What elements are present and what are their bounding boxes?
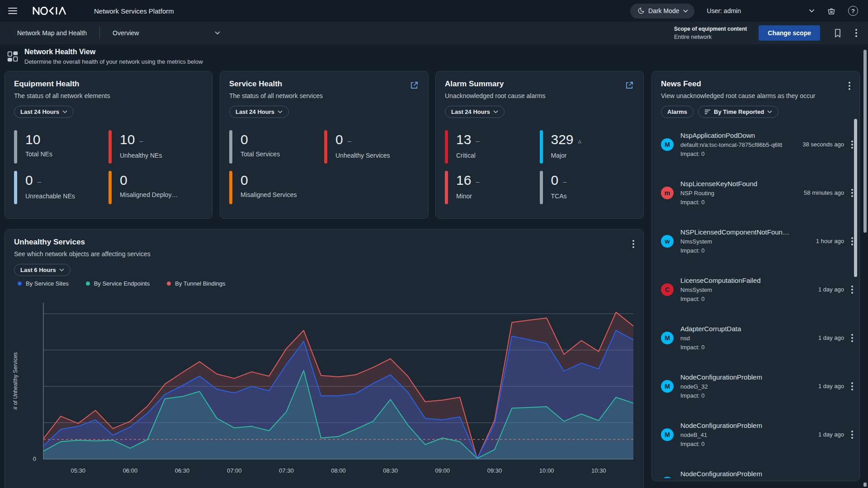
alarm-source: nodeG_32 — [680, 383, 794, 390]
alarm-impact: Impact: 0 — [680, 150, 794, 157]
view-dropdown[interactable]: Overview — [113, 29, 220, 37]
hamburger-menu-icon[interactable] — [8, 8, 17, 14]
card-title: Alarm Summary — [445, 80, 634, 89]
stat-major: 329▵Major — [540, 130, 635, 164]
bookmark-icon[interactable] — [834, 28, 842, 38]
view-toolbar: Network Map and Health Overview Scope of… — [0, 22, 868, 44]
time-filter-dropdown[interactable]: Last 24 Hours — [14, 106, 74, 118]
legend-item-by-service-sites[interactable]: By Service Sites — [18, 280, 69, 287]
alarms-filter-pill[interactable]: Alarms — [661, 106, 693, 118]
view-dropdown-label: Overview — [113, 29, 139, 37]
stat-label: Unhealthy Services — [335, 152, 390, 159]
kebab-menu-icon[interactable] — [851, 434, 853, 436]
alarm-title: NSPLicensedComponentNotFoun… — [680, 228, 794, 236]
stat-misaligned-services: 0Misaligned Services — [229, 171, 324, 204]
time-filter-dropdown[interactable]: Last 24 Hours — [445, 106, 505, 118]
unhealthy-services-chart: # of Unhealthy Services 05:3006:0006:300… — [5, 293, 643, 487]
kebab-menu-icon[interactable] — [632, 239, 634, 247]
stat-severity-bar — [229, 130, 232, 164]
x-tick-label: 08:00 — [331, 467, 346, 474]
alarm-source: nsd — [680, 334, 794, 342]
stats-grid: 10Total NEs10–Unhealthy NEs0–Unreachable… — [14, 130, 203, 204]
y-axis-label: # of Unhealthy Services — [12, 343, 19, 419]
sort-icon — [704, 109, 711, 114]
alarm-time: 1 hour ago — [816, 238, 844, 244]
stat-value: 0 — [241, 132, 280, 147]
severity-badge: M — [661, 380, 674, 393]
dark-mode-toggle[interactable]: Dark Mode — [630, 4, 694, 19]
trend-indicator-icon: – — [139, 133, 143, 149]
alarm-impact: Impact: 0 — [680, 199, 794, 206]
stat-severity-bar — [229, 171, 232, 204]
news-feed-scrollbar[interactable] — [854, 119, 857, 277]
x-tick-label: 07:30 — [279, 467, 294, 474]
kebab-menu-icon[interactable] — [855, 32, 857, 34]
stat-label: Minor — [456, 192, 480, 200]
breadcrumb[interactable]: Network Map and Health — [17, 29, 87, 37]
card-title: Unhealthy Services — [14, 238, 634, 247]
alarm-title: NspApplicationPodDown — [680, 131, 794, 139]
kebab-menu-icon[interactable] — [851, 240, 853, 242]
trend-indicator-icon: – — [563, 174, 566, 189]
page-scrollbar[interactable] — [863, 50, 867, 233]
change-scope-button[interactable]: Change scope — [759, 25, 820, 41]
news-feed-list: MNspApplicationPodDowndefault:n/a:tsc-to… — [661, 120, 853, 478]
external-link-icon[interactable] — [410, 80, 419, 90]
feed-item[interactable]: MNspApplicationPodDowndefault:n/a:tsc-to… — [661, 120, 853, 169]
basket-icon[interactable] — [826, 6, 836, 16]
legend-item-by-service-endpoints[interactable]: By Service Endpoints — [86, 280, 150, 287]
external-link-icon[interactable] — [625, 80, 634, 90]
feed-item[interactable]: wNSPLicensedComponentNotFoun…NmsSystemIm… — [661, 217, 853, 265]
chart-legend: By Service SitesBy Service EndpointsBy T… — [18, 280, 226, 287]
x-tick-label: 09:30 — [487, 467, 502, 474]
time-filter-dropdown[interactable]: Last 6 Hours — [14, 264, 71, 276]
x-tick-label: 06:30 — [175, 467, 190, 474]
severity-badge: M — [661, 428, 674, 441]
sort-label: By Time Reported — [714, 108, 764, 115]
user-label: User: admin — [707, 7, 741, 14]
trend-indicator-icon: – — [476, 133, 479, 149]
legend-item-by-tunnel-bindings[interactable]: By Tunnel Bindings — [167, 280, 225, 287]
chevron-down-icon[interactable] — [809, 9, 815, 13]
scope-value: Entire network — [674, 33, 747, 40]
chevron-down-icon — [215, 31, 220, 35]
stat-value: 0– — [551, 173, 567, 189]
kebab-menu-icon[interactable] — [851, 337, 853, 339]
feed-item[interactable]: MNodeConfigurationProblemnodeG_32Impact:… — [661, 362, 853, 410]
scope-label: Scope of equipment content — [674, 26, 747, 32]
top-app-bar: Network Services Platform Dark Mode User… — [0, 0, 868, 22]
feed-item[interactable]: MNodeConfigurationProblemnodeB_41Impact:… — [661, 410, 853, 459]
legend-label: By Tunnel Bindings — [175, 280, 225, 287]
kebab-menu-icon[interactable] — [851, 192, 853, 194]
kebab-menu-icon[interactable] — [851, 385, 853, 387]
feed-item[interactable]: mNspLicenseKeyNotFoundNSP RoutingImpact:… — [661, 169, 853, 217]
x-tick-label: 05:30 — [71, 467, 85, 474]
card-subtitle: See which network objects are affecting … — [14, 250, 634, 258]
severity-badge: w — [661, 235, 674, 248]
sort-dropdown[interactable]: By Time Reported — [698, 106, 778, 118]
stat-value: 10 — [25, 132, 52, 147]
kebab-menu-icon[interactable] — [849, 80, 850, 89]
legend-label: By Service Sites — [26, 280, 69, 287]
time-filter-dropdown[interactable]: Last 24 Hours — [229, 106, 289, 118]
feed-item[interactable]: CLicenseComputationFailedNmsSystemImpact… — [661, 265, 853, 314]
trend-indicator-icon: – — [348, 133, 351, 149]
alarm-time: 1 day ago — [818, 431, 844, 438]
alarm-impact: Impact: 0 — [680, 296, 794, 302]
card-title: News Feed — [661, 80, 850, 89]
alarm-time: 58 minutes ago — [804, 189, 844, 196]
stat-severity-bar — [445, 130, 448, 164]
stats-grid: 13–Critical329▵Major16–Minor0–TCAs — [445, 130, 634, 204]
kebab-menu-icon[interactable] — [851, 144, 853, 145]
stat-label: TCAs — [551, 192, 567, 200]
help-icon[interactable]: ? — [848, 6, 858, 16]
feed-item[interactable]: MNodeConfigurationProblemnodeF_31Impact:… — [661, 459, 853, 478]
stat-severity-bar — [108, 171, 112, 204]
moon-icon — [637, 7, 645, 15]
page-scrollbar-corner — [863, 483, 867, 487]
feed-item[interactable]: MAdapterCorruptDatansdImpact: 01 day ago — [661, 314, 853, 362]
dashboard-grid-icon — [7, 48, 18, 65]
stat-severity-bar — [14, 171, 17, 204]
alarm-title: LicenseComputationFailed — [680, 277, 794, 284]
kebab-menu-icon[interactable] — [851, 289, 853, 291]
